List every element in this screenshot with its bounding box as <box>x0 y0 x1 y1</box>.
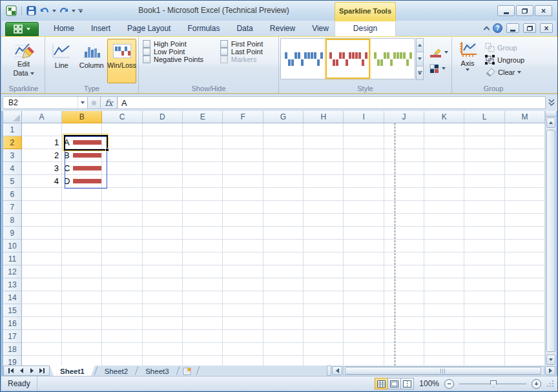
scroll-right-button[interactable] <box>545 366 555 375</box>
checkbox-high-point[interactable] <box>143 40 150 48</box>
vertical-scroll-thumb[interactable] <box>546 130 555 352</box>
cell-m15[interactable] <box>505 304 545 317</box>
cell-j11[interactable] <box>384 253 424 265</box>
cell-h9[interactable] <box>304 227 344 240</box>
cell-b19[interactable] <box>62 356 102 366</box>
cell-k1[interactable] <box>424 123 464 136</box>
cell-j12[interactable] <box>384 265 424 278</box>
row-header-3[interactable]: 3 <box>3 149 22 162</box>
column-header-l[interactable]: L <box>464 111 504 123</box>
horizontal-scroll-thumb[interactable] <box>345 367 541 375</box>
cell-j18[interactable] <box>384 343 424 356</box>
cell-b11[interactable] <box>62 253 102 265</box>
cell-k7[interactable] <box>424 201 464 214</box>
cell-c10[interactable] <box>102 240 142 253</box>
cell-i3[interactable] <box>344 149 384 162</box>
cell-a17[interactable] <box>22 330 62 343</box>
cell-f11[interactable] <box>223 253 263 265</box>
cell-e18[interactable] <box>183 343 223 356</box>
close-button[interactable]: × <box>535 5 552 16</box>
cell-k8[interactable] <box>424 214 464 227</box>
row-header-5[interactable]: 5 <box>3 175 22 188</box>
row-header-10[interactable]: 10 <box>3 240 22 253</box>
cell-l7[interactable] <box>464 201 504 214</box>
column-header-g[interactable]: G <box>264 111 304 123</box>
cell-f14[interactable] <box>223 291 263 304</box>
cell-k2[interactable] <box>424 136 464 149</box>
cell-d1[interactable] <box>143 123 183 136</box>
cell-m5[interactable] <box>505 175 545 188</box>
insert-worksheet-button[interactable] <box>179 366 197 376</box>
column-header-m[interactable]: M <box>505 111 545 123</box>
customize-qat-button[interactable] <box>78 8 83 14</box>
cell-f17[interactable] <box>223 330 263 343</box>
cell-h17[interactable] <box>304 330 344 343</box>
cell-b16[interactable] <box>62 317 102 330</box>
checkbox-row-high-point[interactable]: High Point <box>143 40 215 48</box>
cell-k5[interactable] <box>424 175 464 188</box>
cell-d16[interactable] <box>143 317 183 330</box>
horizontal-scrollbar[interactable] <box>331 366 556 376</box>
page-layout-view-button[interactable] <box>388 378 401 389</box>
cell-e17[interactable] <box>183 330 223 343</box>
cell-e1[interactable] <box>183 123 223 136</box>
cell-k14[interactable] <box>424 291 464 304</box>
cell-m9[interactable] <box>505 227 545 240</box>
cell-c18[interactable] <box>102 343 142 356</box>
cell-a5[interactable]: 4 <box>22 175 62 188</box>
vertical-scrollbar[interactable] <box>545 111 556 366</box>
insert-function-button[interactable]: fx <box>101 96 118 109</box>
sheet-tab-sheet2[interactable]: Sheet2 <box>97 366 136 376</box>
cell-d13[interactable] <box>143 278 183 291</box>
cell-e5[interactable] <box>183 175 223 188</box>
cell-k4[interactable] <box>424 162 464 175</box>
cell-l18[interactable] <box>464 343 504 356</box>
style-option-1[interactable] <box>281 39 326 79</box>
cell-g15[interactable] <box>264 304 304 317</box>
column-header-a[interactable]: A <box>22 111 62 123</box>
zoom-in-button[interactable]: + <box>532 379 541 389</box>
cell-h5[interactable] <box>304 175 344 188</box>
cell-e8[interactable] <box>183 214 223 227</box>
cell-h13[interactable] <box>304 278 344 291</box>
cell-g2[interactable] <box>264 136 304 149</box>
formula-input[interactable]: A <box>118 96 546 109</box>
cell-g3[interactable] <box>264 149 304 162</box>
cell-g9[interactable] <box>264 227 304 240</box>
type-winloss-button[interactable]: Win/Loss <box>107 39 136 83</box>
cell-i16[interactable] <box>344 317 384 330</box>
cell-d18[interactable] <box>143 343 183 356</box>
checkbox-row-negative-points[interactable]: Negative Points <box>143 56 215 63</box>
previous-sheet-button[interactable] <box>17 367 26 375</box>
page-break-preview-button[interactable] <box>400 378 414 389</box>
style-option-2[interactable] <box>326 39 370 79</box>
cell-g17[interactable] <box>264 330 304 343</box>
cell-l15[interactable] <box>464 304 504 317</box>
row-header-9[interactable]: 9 <box>3 227 22 240</box>
cell-j15[interactable] <box>384 304 424 317</box>
next-sheet-button[interactable] <box>27 367 36 375</box>
cell-m16[interactable] <box>505 317 545 330</box>
cell-c11[interactable] <box>102 253 142 265</box>
minimize-button[interactable] <box>497 5 515 16</box>
cell-j7[interactable] <box>384 201 424 214</box>
cell-m10[interactable] <box>505 240 545 253</box>
cell-l3[interactable] <box>464 149 504 162</box>
cell-j8[interactable] <box>384 214 424 227</box>
row-header-4[interactable]: 4 <box>3 162 22 175</box>
cell-l6[interactable] <box>464 188 504 201</box>
cell-l8[interactable] <box>464 214 504 227</box>
row-header-7[interactable]: 7 <box>3 201 22 214</box>
cell-c5[interactable] <box>102 175 142 188</box>
tab-formulas[interactable]: Formulas <box>179 21 228 36</box>
cell-f13[interactable] <box>223 278 263 291</box>
workbook-restore-button[interactable] <box>523 23 536 33</box>
tab-page-layout[interactable]: Page Layout <box>119 21 179 36</box>
cell-f1[interactable] <box>223 123 263 136</box>
cell-d15[interactable] <box>143 304 183 317</box>
cell-l19[interactable] <box>464 356 504 366</box>
cell-k3[interactable] <box>424 149 464 162</box>
cell-f4[interactable] <box>223 162 263 175</box>
column-header-d[interactable]: D <box>143 111 183 123</box>
cell-e15[interactable] <box>183 304 223 317</box>
